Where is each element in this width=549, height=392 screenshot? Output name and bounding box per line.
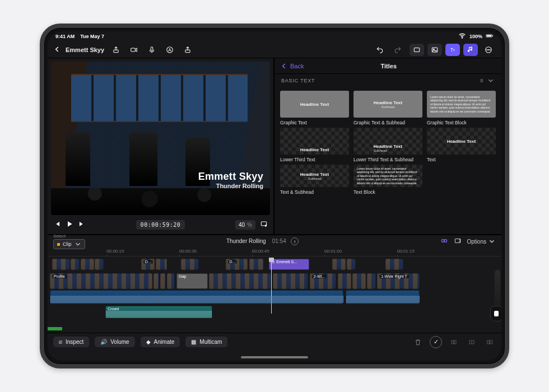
zoom-unit: % xyxy=(247,222,252,228)
viewer-pane: Emmett Skyy Thunder Rolling 00:00:59:20 … xyxy=(48,58,274,234)
play-icon[interactable] xyxy=(66,220,73,229)
tool-c-icon[interactable] xyxy=(483,337,496,348)
title-preset[interactable]: Lorem ipsum dolor sit amet, consectetur … xyxy=(353,165,422,187)
title-preset[interactable]: Headline Text xyxy=(427,128,496,155)
svg-point-20 xyxy=(441,240,444,242)
title-preset-label: Graphic Text xyxy=(280,120,349,125)
speaker-icon: 🔊 xyxy=(100,339,107,345)
timeline-tracks[interactable]: D... D... ▭ Emmett S... Profile G xyxy=(48,258,501,332)
svg-text:T: T xyxy=(453,48,455,52)
back-icon[interactable] xyxy=(53,45,61,54)
home-indicator[interactable] xyxy=(241,356,308,358)
multicam-button[interactable]: ▦Multicam xyxy=(185,337,227,347)
link-icon[interactable] xyxy=(440,237,448,246)
timeline-options-button[interactable]: Options xyxy=(467,237,496,245)
svg-rect-24 xyxy=(454,340,457,344)
overlay-subtitle-text: Thunder Rolling xyxy=(198,183,263,189)
media-browser-icon[interactable] xyxy=(410,44,424,56)
playhead[interactable] xyxy=(271,258,272,314)
jog-wheel[interactable] xyxy=(490,306,501,321)
redo-icon[interactable] xyxy=(390,44,405,56)
tool-b-icon[interactable] xyxy=(466,337,478,348)
title-preset-label: Text & Subhead xyxy=(280,189,349,195)
voiceover-icon[interactable] xyxy=(145,44,159,56)
viewer-canvas[interactable]: Emmett Skyy Thunder Rolling xyxy=(51,62,270,215)
title-preset[interactable]: Headline Text xyxy=(280,91,349,118)
svg-rect-10 xyxy=(432,47,437,52)
inspect-button[interactable]: ⎚Inspect xyxy=(53,337,89,347)
title-preset[interactable]: Headline TextSubhead xyxy=(353,128,422,155)
browser-section-label: BASIC TEXT xyxy=(281,78,315,83)
svg-rect-22 xyxy=(455,239,460,243)
marker-green[interactable] xyxy=(48,327,62,330)
status-date: Tue May 7 xyxy=(80,34,104,39)
info-icon[interactable]: i xyxy=(291,237,299,245)
battery-text: 100% xyxy=(469,34,482,39)
svg-rect-26 xyxy=(487,340,489,344)
zoom-control[interactable]: 40 % xyxy=(235,220,255,230)
ruler-tick: 00:00:45 xyxy=(252,249,269,254)
status-left: 9:41 AM Tue May 7 xyxy=(55,34,104,39)
trash-icon[interactable] xyxy=(412,337,424,348)
ruler-tick: 00:00:15 xyxy=(106,249,124,254)
svg-rect-5 xyxy=(131,48,136,52)
zoom-value: 40 xyxy=(239,222,245,228)
ruler-tick: 00:00:30 xyxy=(179,249,197,254)
wifi-icon xyxy=(458,32,466,41)
title-overlay: Emmett Skyy Thunder Rolling xyxy=(198,171,263,189)
volume-button[interactable]: 🔊Volume xyxy=(95,337,134,347)
title-preset[interactable]: Headline TextSubhead xyxy=(353,91,422,118)
select-mode-label: Select xyxy=(53,234,85,239)
svg-point-7 xyxy=(167,46,173,53)
svg-rect-6 xyxy=(151,46,153,50)
timeline-name: Thunder Rolling xyxy=(226,238,266,244)
timeline-pane: Select Clip Thunder Rolling 01:54 i xyxy=(48,234,501,361)
text-tool-icon[interactable] xyxy=(162,44,177,56)
browser-back-button[interactable]: Back xyxy=(280,62,304,70)
timeline-index-icon[interactable] xyxy=(454,237,462,246)
keyframe-icon: ◆ xyxy=(146,339,151,345)
svg-point-16 xyxy=(488,49,488,50)
title-preset[interactable]: Headline Text xyxy=(280,128,349,155)
overlay-title-text: Emmett Skyy xyxy=(198,171,263,183)
timeline-duration: 01:54 xyxy=(272,238,286,244)
next-frame-icon[interactable] xyxy=(78,220,86,229)
prev-frame-icon[interactable] xyxy=(53,220,61,229)
ipad-frame: 9:41 AM Tue May 7 100% Emmett Skyy xyxy=(40,24,509,368)
view-options-icon[interactable] xyxy=(260,220,268,229)
titles-browser-icon[interactable]: TT xyxy=(445,44,460,56)
title-preset[interactable]: Headline TextSubhead xyxy=(280,165,349,187)
svg-rect-2 xyxy=(487,35,492,37)
browser-back-label: Back xyxy=(290,63,304,69)
timeline-ruler[interactable]: 00:00:1500:00:3000:00:4500:01:0000:01:15 xyxy=(48,248,501,256)
status-time: 9:41 AM xyxy=(55,34,75,39)
browser-title: Titles xyxy=(308,63,469,69)
title-preset-label: Lower Third Text xyxy=(280,157,349,162)
confirm-icon[interactable]: ✓ xyxy=(430,336,442,348)
svg-point-19 xyxy=(265,225,267,227)
title-preset-label: Graphic Text Block xyxy=(427,120,496,125)
title-preset[interactable]: Lorem ipsum dolor sit amet, consectetur … xyxy=(427,91,496,118)
svg-point-15 xyxy=(487,49,487,50)
timecode-display[interactable]: 00:00:59:20 xyxy=(136,220,185,230)
timeline-footer: ⎚Inspect 🔊Volume ◆Animate ▦Multicam ✓ xyxy=(48,333,501,351)
title-preset-label: Lower Third Text & Subhead xyxy=(353,157,422,162)
grid-icon: ▦ xyxy=(191,339,196,345)
animate-button[interactable]: ◆Animate xyxy=(141,337,180,347)
titles-browser: Back Titles BASIC TEXT 8 Headline TextGr… xyxy=(274,58,501,234)
photos-browser-icon[interactable] xyxy=(427,44,442,56)
transport-bar: 00:00:59:20 40 % xyxy=(48,215,273,234)
audio-browser-icon[interactable] xyxy=(463,44,478,56)
project-title: Emmett Skyy xyxy=(66,46,104,53)
browser-section-toggle[interactable]: 8 xyxy=(480,77,495,85)
camera-import-icon[interactable] xyxy=(127,44,141,56)
export-icon[interactable] xyxy=(180,44,195,56)
share-icon[interactable] xyxy=(109,44,123,56)
titles-grid: Headline TextGraphic TextHeadline TextSu… xyxy=(274,87,501,234)
undo-icon[interactable] xyxy=(373,44,387,56)
tool-a-icon[interactable] xyxy=(448,337,460,348)
clip-color-swatch xyxy=(57,242,61,246)
app-screen: 9:41 AM Tue May 7 100% Emmett Skyy xyxy=(48,31,501,361)
more-icon[interactable] xyxy=(481,44,496,56)
title-preset-label: Text xyxy=(427,157,496,162)
